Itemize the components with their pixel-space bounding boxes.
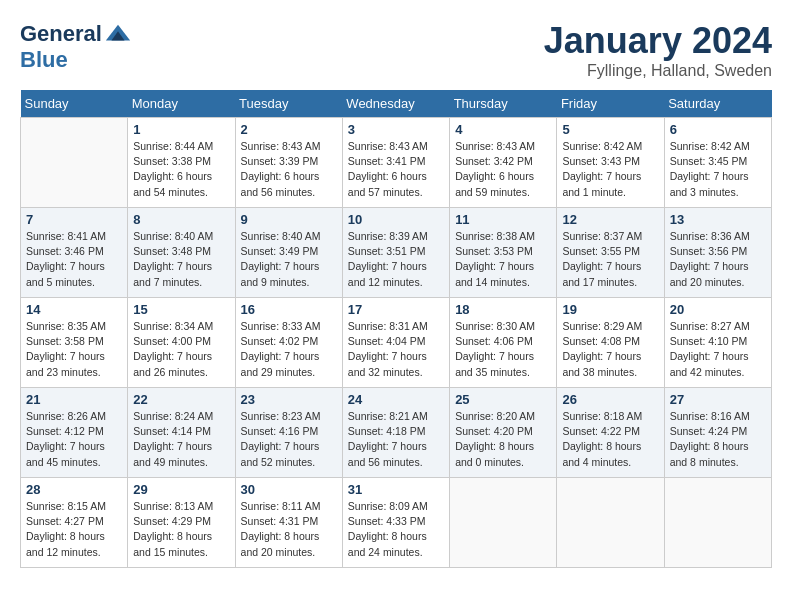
day-number: 1	[133, 122, 229, 137]
calendar-cell: 12Sunrise: 8:37 AMSunset: 3:55 PMDayligh…	[557, 208, 664, 298]
day-info: Sunrise: 8:44 AMSunset: 3:38 PMDaylight:…	[133, 139, 229, 200]
calendar-cell: 24Sunrise: 8:21 AMSunset: 4:18 PMDayligh…	[342, 388, 449, 478]
day-number: 12	[562, 212, 658, 227]
day-number: 25	[455, 392, 551, 407]
calendar-cell: 26Sunrise: 8:18 AMSunset: 4:22 PMDayligh…	[557, 388, 664, 478]
calendar-cell	[664, 478, 771, 568]
day-number: 20	[670, 302, 766, 317]
day-number: 19	[562, 302, 658, 317]
day-info: Sunrise: 8:40 AMSunset: 3:49 PMDaylight:…	[241, 229, 337, 290]
day-number: 11	[455, 212, 551, 227]
day-info: Sunrise: 8:09 AMSunset: 4:33 PMDaylight:…	[348, 499, 444, 560]
day-number: 27	[670, 392, 766, 407]
day-number: 21	[26, 392, 122, 407]
day-info: Sunrise: 8:24 AMSunset: 4:14 PMDaylight:…	[133, 409, 229, 470]
day-number: 2	[241, 122, 337, 137]
calendar-cell: 23Sunrise: 8:23 AMSunset: 4:16 PMDayligh…	[235, 388, 342, 478]
day-info: Sunrise: 8:20 AMSunset: 4:20 PMDaylight:…	[455, 409, 551, 470]
day-info: Sunrise: 8:34 AMSunset: 4:00 PMDaylight:…	[133, 319, 229, 380]
calendar-cell: 28Sunrise: 8:15 AMSunset: 4:27 PMDayligh…	[21, 478, 128, 568]
day-info: Sunrise: 8:37 AMSunset: 3:55 PMDaylight:…	[562, 229, 658, 290]
day-number: 10	[348, 212, 444, 227]
calendar-cell: 25Sunrise: 8:20 AMSunset: 4:20 PMDayligh…	[450, 388, 557, 478]
day-info: Sunrise: 8:38 AMSunset: 3:53 PMDaylight:…	[455, 229, 551, 290]
day-number: 29	[133, 482, 229, 497]
calendar-week-row: 1Sunrise: 8:44 AMSunset: 3:38 PMDaylight…	[21, 118, 772, 208]
calendar-cell: 4Sunrise: 8:43 AMSunset: 3:42 PMDaylight…	[450, 118, 557, 208]
day-info: Sunrise: 8:43 AMSunset: 3:42 PMDaylight:…	[455, 139, 551, 200]
day-info: Sunrise: 8:21 AMSunset: 4:18 PMDaylight:…	[348, 409, 444, 470]
day-info: Sunrise: 8:41 AMSunset: 3:46 PMDaylight:…	[26, 229, 122, 290]
day-info: Sunrise: 8:39 AMSunset: 3:51 PMDaylight:…	[348, 229, 444, 290]
day-info: Sunrise: 8:36 AMSunset: 3:56 PMDaylight:…	[670, 229, 766, 290]
calendar-cell: 7Sunrise: 8:41 AMSunset: 3:46 PMDaylight…	[21, 208, 128, 298]
calendar-cell: 18Sunrise: 8:30 AMSunset: 4:06 PMDayligh…	[450, 298, 557, 388]
calendar-week-row: 7Sunrise: 8:41 AMSunset: 3:46 PMDaylight…	[21, 208, 772, 298]
day-number: 9	[241, 212, 337, 227]
calendar-cell: 20Sunrise: 8:27 AMSunset: 4:10 PMDayligh…	[664, 298, 771, 388]
calendar-cell: 27Sunrise: 8:16 AMSunset: 4:24 PMDayligh…	[664, 388, 771, 478]
location: Fyllinge, Halland, Sweden	[544, 62, 772, 80]
day-number: 4	[455, 122, 551, 137]
day-number: 31	[348, 482, 444, 497]
logo: General Blue	[20, 20, 132, 72]
logo-text-general: General	[20, 22, 102, 46]
day-info: Sunrise: 8:33 AMSunset: 4:02 PMDaylight:…	[241, 319, 337, 380]
day-info: Sunrise: 8:15 AMSunset: 4:27 PMDaylight:…	[26, 499, 122, 560]
calendar-cell: 2Sunrise: 8:43 AMSunset: 3:39 PMDaylight…	[235, 118, 342, 208]
calendar-cell: 30Sunrise: 8:11 AMSunset: 4:31 PMDayligh…	[235, 478, 342, 568]
day-info: Sunrise: 8:43 AMSunset: 3:39 PMDaylight:…	[241, 139, 337, 200]
calendar-table: SundayMondayTuesdayWednesdayThursdayFrid…	[20, 90, 772, 568]
day-number: 24	[348, 392, 444, 407]
day-number: 26	[562, 392, 658, 407]
calendar-cell	[450, 478, 557, 568]
calendar-cell: 10Sunrise: 8:39 AMSunset: 3:51 PMDayligh…	[342, 208, 449, 298]
weekday-header-thursday: Thursday	[450, 90, 557, 118]
month-title: January 2024	[544, 20, 772, 62]
weekday-header-tuesday: Tuesday	[235, 90, 342, 118]
calendar-cell: 15Sunrise: 8:34 AMSunset: 4:00 PMDayligh…	[128, 298, 235, 388]
day-info: Sunrise: 8:30 AMSunset: 4:06 PMDaylight:…	[455, 319, 551, 380]
calendar-cell: 5Sunrise: 8:42 AMSunset: 3:43 PMDaylight…	[557, 118, 664, 208]
calendar-cell: 16Sunrise: 8:33 AMSunset: 4:02 PMDayligh…	[235, 298, 342, 388]
calendar-cell: 11Sunrise: 8:38 AMSunset: 3:53 PMDayligh…	[450, 208, 557, 298]
calendar-cell	[21, 118, 128, 208]
logo-icon	[104, 20, 132, 48]
calendar-week-row: 21Sunrise: 8:26 AMSunset: 4:12 PMDayligh…	[21, 388, 772, 478]
day-info: Sunrise: 8:26 AMSunset: 4:12 PMDaylight:…	[26, 409, 122, 470]
page-header: General Blue January 2024 Fyllinge, Hall…	[20, 20, 772, 80]
day-number: 28	[26, 482, 122, 497]
day-number: 13	[670, 212, 766, 227]
day-info: Sunrise: 8:31 AMSunset: 4:04 PMDaylight:…	[348, 319, 444, 380]
day-number: 22	[133, 392, 229, 407]
weekday-header-friday: Friday	[557, 90, 664, 118]
calendar-cell: 31Sunrise: 8:09 AMSunset: 4:33 PMDayligh…	[342, 478, 449, 568]
calendar-cell: 21Sunrise: 8:26 AMSunset: 4:12 PMDayligh…	[21, 388, 128, 478]
weekday-header-monday: Monday	[128, 90, 235, 118]
weekday-header-wednesday: Wednesday	[342, 90, 449, 118]
day-info: Sunrise: 8:40 AMSunset: 3:48 PMDaylight:…	[133, 229, 229, 290]
day-number: 8	[133, 212, 229, 227]
calendar-cell: 14Sunrise: 8:35 AMSunset: 3:58 PMDayligh…	[21, 298, 128, 388]
day-info: Sunrise: 8:16 AMSunset: 4:24 PMDaylight:…	[670, 409, 766, 470]
calendar-cell: 6Sunrise: 8:42 AMSunset: 3:45 PMDaylight…	[664, 118, 771, 208]
day-number: 30	[241, 482, 337, 497]
calendar-cell: 29Sunrise: 8:13 AMSunset: 4:29 PMDayligh…	[128, 478, 235, 568]
day-info: Sunrise: 8:11 AMSunset: 4:31 PMDaylight:…	[241, 499, 337, 560]
calendar-cell: 17Sunrise: 8:31 AMSunset: 4:04 PMDayligh…	[342, 298, 449, 388]
calendar-cell: 13Sunrise: 8:36 AMSunset: 3:56 PMDayligh…	[664, 208, 771, 298]
calendar-cell: 8Sunrise: 8:40 AMSunset: 3:48 PMDaylight…	[128, 208, 235, 298]
calendar-cell: 19Sunrise: 8:29 AMSunset: 4:08 PMDayligh…	[557, 298, 664, 388]
day-info: Sunrise: 8:42 AMSunset: 3:43 PMDaylight:…	[562, 139, 658, 200]
calendar-cell: 1Sunrise: 8:44 AMSunset: 3:38 PMDaylight…	[128, 118, 235, 208]
day-info: Sunrise: 8:29 AMSunset: 4:08 PMDaylight:…	[562, 319, 658, 380]
calendar-cell: 3Sunrise: 8:43 AMSunset: 3:41 PMDaylight…	[342, 118, 449, 208]
day-number: 16	[241, 302, 337, 317]
day-info: Sunrise: 8:23 AMSunset: 4:16 PMDaylight:…	[241, 409, 337, 470]
day-info: Sunrise: 8:35 AMSunset: 3:58 PMDaylight:…	[26, 319, 122, 380]
day-number: 15	[133, 302, 229, 317]
day-number: 17	[348, 302, 444, 317]
day-number: 6	[670, 122, 766, 137]
calendar-week-row: 14Sunrise: 8:35 AMSunset: 3:58 PMDayligh…	[21, 298, 772, 388]
weekday-header-row: SundayMondayTuesdayWednesdayThursdayFrid…	[21, 90, 772, 118]
